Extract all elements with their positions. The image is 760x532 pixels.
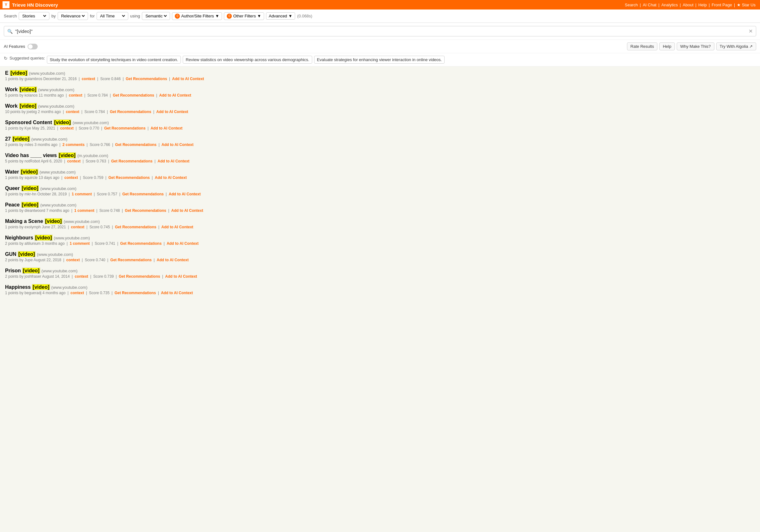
result-title-line-3: Sponsored Content [video](www.youtube.co… [5, 120, 755, 125]
add-ai-link-2[interactable]: Add to AI Context [156, 110, 188, 114]
other-filter-button[interactable]: 0 Other Filters ▼ [224, 12, 264, 20]
result-meta-6: 1 points by squircle 13 days ago | conte… [5, 175, 755, 180]
get-rec-link-10[interactable]: Get Recommendations [120, 241, 162, 246]
context-link-9[interactable]: context [71, 225, 84, 229]
search-input[interactable] [15, 28, 749, 34]
result-title-8[interactable]: Peace [video] [5, 202, 39, 208]
result-domain-8: (www.youtube.com) [40, 203, 76, 208]
add-ai-link-10[interactable]: Add to AI Context [166, 241, 199, 246]
suggestion-chip-2[interactable]: Evaluate strategies for enhancing viewer… [314, 56, 445, 64]
get-rec-link-2[interactable]: Get Recommendations [110, 110, 151, 114]
nav-search[interactable]: Search [623, 3, 640, 7]
comments-link-7[interactable]: 1 comment [72, 192, 92, 196]
result-title-line-11: GUN [video](www.youtube.com) [5, 251, 755, 257]
advanced-button[interactable]: Advanced ▼ [266, 12, 296, 20]
context-link-0[interactable]: context [82, 76, 95, 81]
clear-icon[interactable]: ✕ [749, 28, 753, 34]
result-title-1[interactable]: Work [video] [5, 86, 37, 92]
context-link-12[interactable]: context [75, 274, 88, 279]
get-rec-link-3[interactable]: Get Recommendations [104, 126, 146, 130]
result-title-7[interactable]: Queer [video] [5, 185, 39, 191]
method-dropdown[interactable]: Semantic Fulltext Hybrid [144, 13, 168, 19]
add-ai-link-7[interactable]: Add to AI Context [169, 192, 201, 196]
result-highlight-2: [video] [19, 103, 37, 109]
time-select[interactable]: All Time Past Day Past Week Past Month P… [97, 12, 128, 20]
get-rec-link-1[interactable]: Get Recommendations [113, 93, 154, 98]
suggestion-chip-0[interactable]: Study the evolution of storytelling tech… [47, 56, 181, 64]
get-rec-link-6[interactable]: Get Recommendations [108, 175, 150, 180]
get-rec-link-0[interactable]: Get Recommendations [126, 76, 167, 81]
refresh-icon[interactable]: ↻ [4, 56, 8, 61]
result-title-line-8: Peace [video](www.youtube.com) [5, 202, 755, 208]
add-ai-link-9[interactable]: Add to AI Context [161, 225, 193, 229]
nav-star-us[interactable]: ★ Star Us [735, 3, 757, 7]
nav-ai-chat[interactable]: AI Chat [641, 3, 658, 7]
result-title-13[interactable]: Happiness [video] [5, 284, 50, 290]
result-domain-3: (www.youtube.com) [72, 120, 109, 125]
search-label: Search [4, 14, 17, 18]
site-title: Trieve HN Discovery [12, 2, 58, 8]
sort-select[interactable]: Stories Comments [19, 12, 49, 20]
add-ai-link-6[interactable]: Add to AI Context [155, 175, 187, 180]
result-title-2[interactable]: Work [video] [5, 103, 37, 109]
add-ai-link-1[interactable]: Add to AI Context [159, 93, 191, 98]
relevance-dropdown[interactable]: Relevance Date Points [60, 13, 86, 19]
result-title-11[interactable]: GUN [video] [5, 251, 35, 257]
add-ai-link-12[interactable]: Add to AI Context [165, 274, 197, 279]
get-rec-link-13[interactable]: Get Recommendations [115, 291, 156, 295]
add-ai-link-0[interactable]: Add to AI Context [172, 76, 204, 81]
result-title-3[interactable]: Sponsored Content [video] [5, 120, 71, 125]
author-filter-button[interactable]: 0 Author/Site Filters ▼ [172, 12, 222, 20]
add-ai-link-3[interactable]: Add to AI Context [150, 126, 182, 130]
result-title-9[interactable]: Making a Scene [video] [5, 218, 62, 224]
result-title-6[interactable]: Water [video] [5, 169, 38, 175]
context-link-11[interactable]: context [66, 258, 80, 262]
result-title-4[interactable]: 27 [video] [5, 136, 30, 142]
result-title-10[interactable]: Neighbours [video] [5, 235, 53, 241]
nav-analytics[interactable]: Analytics [659, 3, 680, 7]
method-select[interactable]: Semantic Fulltext Hybrid [142, 12, 170, 20]
context-link-5[interactable]: context [67, 159, 81, 164]
rate-results-button[interactable]: Rate Results [627, 42, 657, 50]
features-right: Rate Results Help Why Make This? Try Wit… [627, 42, 756, 50]
get-rec-link-11[interactable]: Get Recommendations [110, 258, 152, 262]
search-icon: 🔍 [7, 29, 13, 34]
add-ai-link-5[interactable]: Add to AI Context [157, 159, 189, 164]
result-title-0[interactable]: E [video] [5, 70, 28, 76]
get-rec-link-4[interactable]: Get Recommendations [115, 142, 157, 147]
nav-front-page[interactable]: Front Page [710, 3, 734, 7]
suggestion-chip-1[interactable]: Review statistics on video viewership ac… [183, 56, 312, 64]
result-highlight-8: [video] [21, 202, 39, 208]
result-title-5[interactable]: Video has ____ views [video] [5, 152, 76, 158]
comments-link-4[interactable]: 2 comments [62, 142, 84, 147]
context-link-1[interactable]: context [69, 93, 82, 98]
using-label: using [130, 14, 140, 18]
add-ai-link-13[interactable]: Add to AI Context [161, 291, 193, 295]
get-rec-link-7[interactable]: Get Recommendations [122, 192, 164, 196]
nav-help[interactable]: Help [696, 3, 709, 7]
relevance-select[interactable]: Relevance Date Points [58, 12, 88, 20]
for-label: for [90, 14, 95, 18]
comments-link-8[interactable]: 1 comment [74, 208, 94, 213]
get-rec-link-9[interactable]: Get Recommendations [115, 225, 157, 229]
comments-link-10[interactable]: 1 comment [70, 241, 90, 246]
time-dropdown[interactable]: All Time Past Day Past Week Past Month P… [99, 13, 126, 19]
context-link-6[interactable]: context [64, 175, 78, 180]
nav-about[interactable]: About [681, 3, 695, 7]
context-link-3[interactable]: context [60, 126, 74, 130]
add-ai-link-4[interactable]: Add to AI Context [162, 142, 194, 147]
get-rec-link-12[interactable]: Get Recommendations [119, 274, 160, 279]
result-title-12[interactable]: Prison [video] [5, 267, 40, 273]
context-link-2[interactable]: context [66, 110, 79, 114]
context-link-13[interactable]: context [71, 291, 84, 295]
get-rec-link-5[interactable]: Get Recommendations [111, 159, 153, 164]
help-button[interactable]: Help [659, 42, 675, 50]
result-item-12: Prison [video](www.youtube.com)2 points … [5, 268, 755, 279]
add-ai-link-11[interactable]: Add to AI Context [157, 258, 189, 262]
why-make-this-button[interactable]: Why Make This? [677, 42, 714, 50]
add-ai-link-8[interactable]: Add to AI Context [171, 208, 203, 213]
get-rec-link-8[interactable]: Get Recommendations [125, 208, 166, 213]
try-algolia-button[interactable]: Try With Algolia ↗ [716, 42, 756, 50]
sort-dropdown[interactable]: Stories Comments [21, 13, 47, 19]
ai-features-toggle[interactable] [27, 44, 38, 49]
